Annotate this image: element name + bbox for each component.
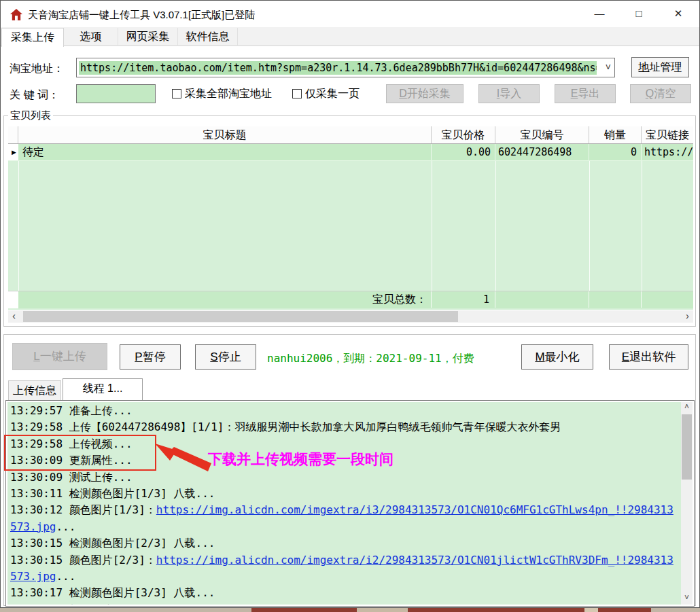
window-title: 天音淘宝店铺一键上传工具 V3.07.1[正式版]已登陆 [28, 9, 255, 22]
col-header-sales[interactable]: 销量 [589, 126, 642, 143]
cell-title: 待定 [18, 144, 432, 160]
log-text: ... [56, 570, 75, 583]
tab-thread-1[interactable]: 线程 1... [63, 378, 143, 400]
pause-button[interactable]: P暂停 [120, 344, 181, 370]
annotation-arrow-icon [154, 439, 212, 475]
checkbox-icon[interactable] [292, 89, 302, 98]
hscroll-thumb[interactable] [23, 311, 458, 322]
col-header-title[interactable]: 宝贝标题 [18, 126, 432, 143]
scroll-down-icon[interactable]: ˅ [681, 593, 693, 605]
grid-line [432, 161, 432, 291]
row-selector-cell: ► [8, 144, 18, 160]
keyword-label: 关 键 词： [10, 88, 59, 103]
log-panel: 13:29:57 准备上传...13:29:58 上传【602447286498… [5, 400, 695, 607]
tab-software-info[interactable]: 软件信息 [178, 28, 238, 46]
highlight-box [4, 435, 156, 471]
import-button[interactable]: I导入 [478, 84, 540, 103]
log-text: 13:30:17 检测颜色图片[3/3] 八载... [10, 586, 215, 599]
cell-price: 0.00 [432, 144, 495, 160]
log-line: 13:29:57 准备上传... [10, 403, 678, 419]
keyword-input[interactable] [76, 84, 156, 103]
total-count-value: 1 [432, 291, 495, 308]
tab-collect-upload[interactable]: 采集上传 [1, 28, 64, 47]
cell-sales: 0 [589, 144, 642, 160]
address-manage-button[interactable]: 地址管理 [631, 57, 689, 77]
screen-bottom-sliver [0, 608, 700, 612]
table-header-row: 宝贝标题 宝贝价格 宝贝编号 销量 宝贝链接 [8, 126, 693, 144]
log-content: 13:29:57 准备上传...13:29:58 上传【602447286498… [10, 403, 678, 605]
grid-line [642, 161, 642, 291]
table-footer-row: 宝贝总数： 1 [8, 291, 693, 308]
item-list-group-label: 宝贝列表 [8, 109, 53, 122]
stop-button[interactable]: S停止 [195, 344, 256, 370]
one-click-upload-button[interactable]: L一键上传 [12, 343, 107, 370]
log-viewport[interactable]: 13:29:57 准备上传...13:29:58 上传【602447286498… [7, 402, 681, 605]
scroll-up-icon[interactable]: ˄ [681, 402, 693, 414]
grid-line [589, 161, 590, 291]
col-header-price[interactable]: 宝贝价格 [432, 126, 495, 143]
checkbox-one-page[interactable]: 仅采集一页 [292, 87, 360, 101]
log-line: 13:30:11 检测颜色图片[1/3] 八载... [10, 486, 678, 502]
item-table: 宝贝标题 宝贝价格 宝贝编号 销量 宝贝链接 ► 待定 0.00 6024472… [8, 126, 693, 310]
taobao-url-label: 淘宝地址： [10, 62, 64, 76]
grid-line [495, 161, 496, 291]
checkbox-one-page-label: 仅采集一页 [305, 88, 360, 99]
maximize-button[interactable]: □ [623, 1, 654, 26]
col-header-link[interactable]: 宝贝链接 [642, 126, 693, 143]
tab-web-collect[interactable]: 网页采集 [118, 28, 178, 46]
log-text: 13:29:58 上传【602447286498】[1/1]：羽绒服男潮中长款加… [10, 420, 561, 433]
scroll-right-icon[interactable]: › [682, 310, 693, 323]
grid-line [18, 161, 19, 291]
total-count-label: 宝贝总数： [18, 291, 432, 308]
scroll-left-icon[interactable]: ‹ [8, 310, 20, 323]
table-corner-cell [8, 126, 18, 143]
log-text: 13:30:17 颜色图片[3/3]： [10, 603, 156, 605]
cell-id: 602447286498 [495, 144, 589, 160]
chevron-down-icon[interactable]: ˅ [606, 62, 611, 73]
exit-app-button[interactable]: E退出软件 [609, 344, 688, 370]
log-text: 13:30:09 测试上传... [10, 471, 133, 484]
log-line: 13:30:15 颜色图片[2/3]：https://img.alicdn.co… [10, 552, 678, 586]
close-button[interactable]: ✕ [663, 1, 694, 26]
footer-empty-cell [642, 291, 693, 308]
log-line: 13:30:09 测试上传... [10, 469, 678, 486]
taobao-url-combobox[interactable]: https://item.taobao.com/item.htm?spm=a23… [76, 58, 615, 77]
log-text: 13:30:15 颜色图片[2/3]： [10, 554, 156, 566]
table-row[interactable]: ► 待定 0.00 602447286498 0 https:// [8, 144, 693, 161]
log-line: 13:30:17 检测颜色图片[3/3] 八载... [10, 585, 678, 601]
row-arrow-icon: ► [10, 148, 18, 156]
log-text: 13:29:57 准备上传... [10, 404, 133, 417]
main-tabstrip: 采集上传 选项 网页采集 软件信息 [1, 27, 699, 46]
log-text: ... [56, 520, 75, 533]
cell-link: https:// [642, 144, 693, 160]
footer-empty-cell [589, 291, 642, 308]
minimize-button[interactable]: — [584, 1, 615, 26]
minimize-app-button[interactable]: M最小化 [521, 344, 593, 370]
log-line: 13:30:17 颜色图片[3/3]：https://img.alicdn.co… [10, 602, 678, 605]
export-button[interactable]: E导出 [555, 84, 616, 103]
table-hscrollbar[interactable]: ‹ › [8, 310, 693, 323]
tab-options[interactable]: 选项 [64, 28, 118, 46]
start-collect-button[interactable]: D开始采集 [386, 84, 463, 103]
footer-selector-cell [8, 291, 18, 308]
log-line: 13:29:58 上传【602447286498】[1/1]：羽绒服男潮中长款加… [10, 419, 678, 435]
vscroll-thumb[interactable] [682, 414, 692, 480]
license-status-text: nanhui2006，到期：2021-09-11，付费 [267, 352, 474, 366]
log-text: 13:30:12 颜色图片[1/3]： [10, 503, 156, 516]
tab-upload-info[interactable]: 上传信息 [8, 380, 61, 400]
item-list-groupbox: 宝贝列表 宝贝标题 宝贝价格 宝贝编号 销量 宝贝链接 ► 待定 0.00 60… [3, 115, 696, 327]
checkbox-icon[interactable] [172, 89, 181, 98]
log-line: 13:30:12 颜色图片[1/3]：https://img.alicdn.co… [10, 502, 678, 535]
annotation-note: 下载并上传视频需要一段时间 [208, 450, 393, 469]
log-text: 13:30:15 检测颜色图片[2/3] 八载... [10, 537, 215, 550]
log-text: 13:30:11 检测颜色图片[1/3] 八载... [10, 487, 215, 500]
taobao-url-value[interactable]: https://item.taobao.com/item.htm?spm=a23… [79, 61, 597, 75]
col-header-id[interactable]: 宝贝编号 [495, 126, 589, 143]
clear-button[interactable]: Q清空 [630, 84, 691, 103]
log-line: 13:30:15 检测颜色图片[2/3] 八载... [10, 535, 678, 552]
app-house-icon [10, 9, 22, 21]
footer-empty-cell [495, 291, 589, 308]
checkbox-collect-all[interactable]: 采集全部淘宝地址 [172, 87, 272, 101]
log-vscrollbar[interactable]: ˄ ˅ [681, 402, 693, 605]
checkbox-collect-all-label: 采集全部淘宝地址 [185, 88, 272, 99]
